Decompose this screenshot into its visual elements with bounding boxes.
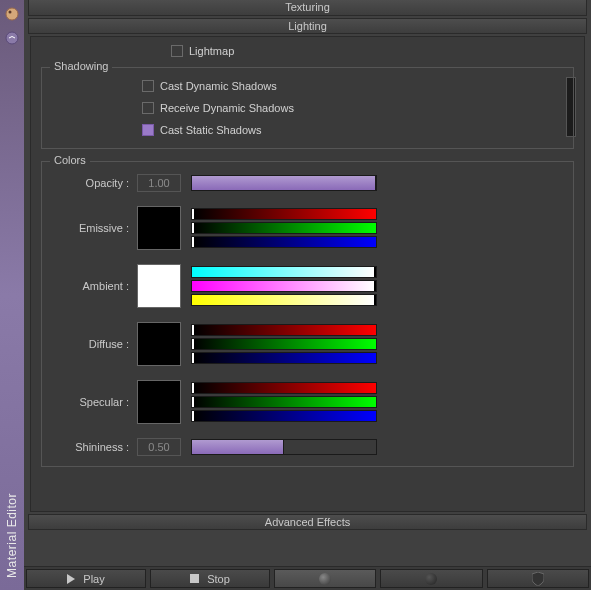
specular-sliders: [191, 382, 377, 422]
preview-shield-button[interactable]: [487, 569, 589, 588]
diffuse-label: Diffuse :: [52, 338, 137, 350]
left-toolbar: Material Editor: [0, 0, 24, 590]
ambient-b-slider[interactable]: [191, 294, 377, 306]
specular-row: Specular :: [52, 380, 563, 424]
emissive-r-slider[interactable]: [191, 208, 377, 220]
play-button[interactable]: Play: [26, 569, 146, 588]
cast-dynamic-checkbox[interactable]: [142, 80, 154, 92]
ambient-r-slider[interactable]: [191, 266, 377, 278]
preview-cube-button[interactable]: [380, 569, 482, 588]
main-area: Texturing Lighting Lightmap Shadowing Ca…: [24, 0, 591, 590]
opacity-row: Opacity : 1.00: [52, 174, 563, 192]
emissive-sliders: [191, 208, 377, 248]
shadowing-group: Shadowing Cast Dynamic Shadows Receive D…: [41, 67, 574, 149]
play-icon: [67, 574, 75, 584]
emissive-label: Emissive :: [52, 222, 137, 234]
receive-dynamic-row: Receive Dynamic Shadows: [142, 102, 563, 114]
specular-b-slider[interactable]: [191, 410, 377, 422]
shield-icon: [532, 572, 544, 586]
tool-icon-1[interactable]: [2, 4, 22, 24]
cast-dynamic-label: Cast Dynamic Shadows: [160, 80, 277, 92]
colors-group: Colors Opacity : 1.00 Emissive :: [41, 161, 574, 467]
opacity-input[interactable]: 1.00: [137, 174, 181, 192]
shininess-label: Shininess :: [52, 441, 137, 453]
shininess-slider[interactable]: [191, 439, 377, 455]
bottom-bar: Play Stop: [24, 566, 591, 590]
emissive-b-slider[interactable]: [191, 236, 377, 248]
ambient-sliders: [191, 266, 377, 306]
receive-dynamic-checkbox[interactable]: [142, 102, 154, 114]
cube-icon: [425, 573, 437, 585]
receive-dynamic-label: Receive Dynamic Shadows: [160, 102, 294, 114]
diffuse-swatch[interactable]: [137, 322, 181, 366]
lighting-panel: Lightmap Shadowing Cast Dynamic Shadows …: [30, 36, 585, 512]
emissive-row: Emissive :: [52, 206, 563, 250]
specular-label: Specular :: [52, 396, 137, 408]
specular-swatch[interactable]: [137, 380, 181, 424]
play-label: Play: [83, 573, 104, 585]
diffuse-row: Diffuse :: [52, 322, 563, 366]
opacity-label: Opacity :: [52, 177, 137, 189]
section-advanced[interactable]: Advanced Effects: [28, 514, 587, 530]
cast-dynamic-row: Cast Dynamic Shadows: [142, 80, 563, 92]
emissive-g-slider[interactable]: [191, 222, 377, 234]
section-texturing[interactable]: Texturing: [28, 0, 587, 16]
emissive-swatch[interactable]: [137, 206, 181, 250]
preview-sphere-button[interactable]: [274, 569, 376, 588]
stop-icon: [190, 574, 199, 583]
panel-title-vertical: Material Editor: [5, 493, 19, 578]
lightmap-checkbox[interactable]: [171, 45, 183, 57]
cast-static-row: Cast Static Shadows: [142, 124, 563, 136]
svg-point-2: [6, 32, 18, 44]
ambient-g-slider[interactable]: [191, 280, 377, 292]
svg-point-1: [9, 11, 12, 14]
lightmap-row: Lightmap: [171, 45, 574, 57]
diffuse-sliders: [191, 324, 377, 364]
ambient-row: Ambient :: [52, 264, 563, 308]
ambient-swatch[interactable]: [137, 264, 181, 308]
stop-button[interactable]: Stop: [150, 569, 270, 588]
ambient-label: Ambient :: [52, 280, 137, 292]
diffuse-b-slider[interactable]: [191, 352, 377, 364]
diffuse-g-slider[interactable]: [191, 338, 377, 350]
specular-r-slider[interactable]: [191, 382, 377, 394]
lightmap-label: Lightmap: [189, 45, 234, 57]
opacity-slider[interactable]: [191, 175, 377, 191]
svg-point-0: [6, 8, 18, 20]
sphere-icon: [319, 573, 331, 585]
cast-static-checkbox[interactable]: [142, 124, 154, 136]
cast-static-label: Cast Static Shadows: [160, 124, 262, 136]
shininess-row: Shininess : 0.50: [52, 438, 563, 456]
shininess-input[interactable]: 0.50: [137, 438, 181, 456]
section-lighting[interactable]: Lighting: [28, 18, 587, 34]
colors-group-label: Colors: [50, 154, 90, 166]
specular-g-slider[interactable]: [191, 396, 377, 408]
shadowing-group-label: Shadowing: [50, 60, 112, 72]
stop-label: Stop: [207, 573, 230, 585]
tool-icon-2[interactable]: [2, 28, 22, 48]
diffuse-r-slider[interactable]: [191, 324, 377, 336]
